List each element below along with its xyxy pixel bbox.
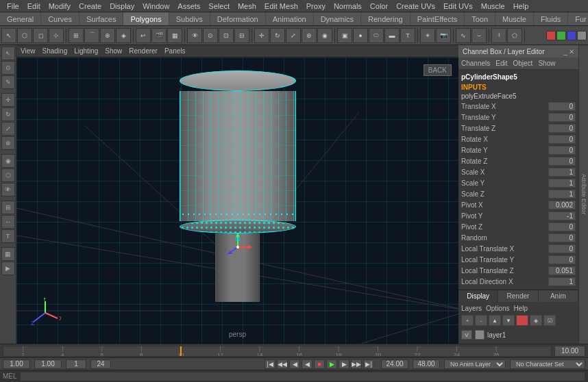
layer-menu-layers[interactable]: Layers <box>461 305 482 312</box>
frame-end-input[interactable] <box>34 359 62 369</box>
tool-transform[interactable]: ✛ <box>254 28 269 43</box>
tool-soft[interactable]: ◉ <box>317 28 332 43</box>
char-set-select[interactable]: No Character Set <box>510 359 585 369</box>
tool-history[interactable]: ↩ <box>136 28 151 43</box>
layer-down-btn[interactable]: ▼ <box>502 315 515 326</box>
stop-btn[interactable]: ■ <box>314 359 325 369</box>
menu-edit[interactable]: Edit <box>23 0 45 12</box>
left-rotate[interactable]: ↻ <box>1 107 15 121</box>
tool-cam[interactable]: 📷 <box>436 28 451 43</box>
tool-sphere[interactable]: ● <box>353 28 368 43</box>
tool-text[interactable]: T <box>400 28 415 43</box>
frame-step-input[interactable] <box>66 359 86 369</box>
tab-toon[interactable]: Toon <box>465 12 495 25</box>
tab-curves[interactable]: Curves <box>41 12 79 25</box>
left-render-icon[interactable]: ▦ <box>1 247 15 261</box>
tool-rotate2[interactable]: ↻ <box>270 28 285 43</box>
left-show[interactable]: 👁 <box>1 183 15 196</box>
tool-light[interactable]: ☀ <box>420 28 435 43</box>
prev-frame-btn[interactable]: ◀ <box>289 359 300 369</box>
mel-input[interactable] <box>20 372 585 381</box>
left-measure[interactable]: ↔ <box>1 215 15 229</box>
current-time-display[interactable] <box>554 346 585 357</box>
menu-edit-mesh[interactable]: Edit Mesh <box>260 0 302 12</box>
left-playback[interactable]: ▶ <box>1 262 15 275</box>
prev-key-btn[interactable]: ◀◀ <box>277 359 288 369</box>
viewport-menu-shading[interactable]: Shading <box>42 47 68 55</box>
tool-cyl[interactable]: ⬭ <box>369 28 384 43</box>
tool-curve2[interactable]: ⌣ <box>471 28 487 43</box>
tool-snap-curve[interactable]: ⌒ <box>84 28 99 43</box>
tab-rendering[interactable]: Rendering <box>361 12 411 25</box>
viewport-menu-panels[interactable]: Panels <box>164 47 186 55</box>
menu-display[interactable]: Display <box>106 0 138 12</box>
layer-visibility[interactable]: V <box>461 330 472 340</box>
frame-current-input[interactable] <box>90 359 111 369</box>
tab-fur[interactable]: Fur <box>568 12 588 25</box>
tool-isolate[interactable]: ⊙ <box>203 28 218 43</box>
tool-snap-grid[interactable]: ⊞ <box>69 28 84 43</box>
layer-del-btn[interactable]: - <box>475 315 487 326</box>
next-key-btn[interactable]: ▶▶ <box>351 359 362 369</box>
channel-menu-channels[interactable]: Channels <box>461 60 490 67</box>
anim-layer-select[interactable]: No Anim Layer <box>444 359 506 369</box>
left-lasso[interactable]: ⊙ <box>1 61 15 75</box>
tab-muscle[interactable]: Muscle <box>495 12 534 25</box>
menu-color[interactable]: Color <box>366 0 392 12</box>
tool-scale2[interactable]: ⤢ <box>286 28 301 43</box>
input-node[interactable]: polyExtrudeFace5 <box>461 92 576 101</box>
tool-color2[interactable] <box>556 31 566 40</box>
menu-mesh[interactable]: Mesh <box>234 0 260 12</box>
menu-file[interactable]: File <box>3 0 23 12</box>
menu-select[interactable]: Select <box>204 0 234 12</box>
layer-tab-display[interactable]: Display <box>458 290 498 302</box>
tool-plane[interactable]: ▬ <box>384 28 400 43</box>
menu-edit-uvs[interactable]: Edit UVs <box>439 0 477 12</box>
layer-display-btn[interactable]: ◈ <box>530 315 542 326</box>
viewport[interactable]: View Shading Lighting Show Renderer Pane… <box>16 45 458 344</box>
layer-menu-options[interactable]: Options <box>486 305 509 312</box>
tab-fluids[interactable]: Fluids <box>534 12 568 25</box>
viewport-canvas[interactable]: BACK X Y Z persp <box>16 58 458 344</box>
layer1-name[interactable]: layer1 <box>487 331 506 339</box>
tool-deform2[interactable]: ⬠ <box>507 28 522 43</box>
tab-general[interactable]: General <box>0 12 41 25</box>
panel-float-btn[interactable]: _ <box>563 48 567 55</box>
play-back-btn[interactable]: ◀ <box>302 359 313 369</box>
tab-painteffects[interactable]: PaintEffects <box>411 12 465 25</box>
left-universal[interactable]: ⊛ <box>1 136 15 150</box>
layer-select-btn[interactable]: ☑ <box>543 315 556 326</box>
channel-menu-object[interactable]: Object <box>513 60 533 67</box>
left-paint[interactable]: ✎ <box>1 75 15 89</box>
menu-create-uvs[interactable]: Create UVs <box>392 0 439 12</box>
tool-cube[interactable]: ▣ <box>337 28 352 43</box>
layer-tab-render[interactable]: Render <box>498 290 538 302</box>
left-sculpt[interactable]: ⬡ <box>1 168 15 182</box>
left-snap[interactable]: ⊞ <box>1 201 15 214</box>
tool-component[interactable]: ⊹ <box>49 28 64 43</box>
viewport-menu-show[interactable]: Show <box>105 47 122 55</box>
next-frame-btn[interactable]: ▶ <box>339 359 350 369</box>
tool-curve1[interactable]: ∿ <box>456 28 471 43</box>
viewport-menu-view[interactable]: View <box>21 47 36 55</box>
tool-color4[interactable] <box>577 31 587 40</box>
tool-color1[interactable] <box>546 31 556 40</box>
tab-surfaces[interactable]: Surfaces <box>79 12 123 25</box>
timeline[interactable]: 2 4 6 8 10 12 14 16 18 20 22 24 26 <box>0 344 588 357</box>
attribute-editor-tab[interactable]: Attribute Editor <box>578 45 588 344</box>
tab-polygons[interactable]: Polygons <box>123 12 169 25</box>
tool-render[interactable]: 🎬 <box>151 28 167 43</box>
menu-modify[interactable]: Modify <box>45 0 75 12</box>
tool-deform1[interactable]: ⫲ <box>491 28 506 43</box>
tool-select[interactable]: ↖ <box>1 28 16 43</box>
tab-dynamics[interactable]: Dynamics <box>314 12 361 25</box>
left-move[interactable]: ✛ <box>1 93 15 107</box>
tab-subdivs[interactable]: Subdivs <box>169 12 210 25</box>
channel-menu-edit[interactable]: Edit <box>495 60 507 67</box>
left-text[interactable]: T <box>1 229 15 243</box>
viewport-menu-lighting[interactable]: Lighting <box>74 47 98 55</box>
menu-window[interactable]: Window <box>138 0 173 12</box>
tool-snap-point[interactable]: ⊕ <box>100 28 115 43</box>
menu-help[interactable]: Help <box>509 0 533 12</box>
frame-start-input[interactable] <box>3 359 30 369</box>
